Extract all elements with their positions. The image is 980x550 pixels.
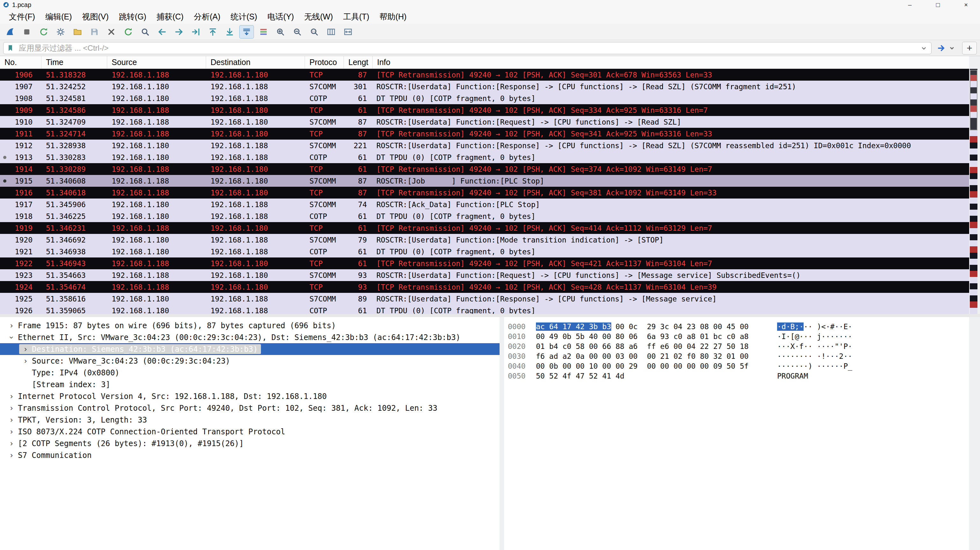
hex-row[interactable]: 005050 52 4f 47 52 41 4dPROGRAM (508, 371, 969, 381)
packet-row[interactable]: 191551.340608192.168.1.188192.168.1.180S… (0, 175, 969, 187)
expander-icon[interactable]: › (5, 415, 18, 425)
detail-line[interactable]: ›Destination: Siemens_42:3b:b3 (ac:64:17… (0, 343, 500, 355)
hex-row[interactable]: 002001 b4 c0 58 00 66 88 a6ff e6 00 04 2… (508, 341, 969, 351)
menu-item[interactable]: 编辑(E) (40, 10, 77, 24)
packet-row[interactable]: 191251.328938192.168.1.180192.168.1.188S… (0, 139, 969, 151)
menu-item[interactable]: 捕获(C) (151, 10, 189, 24)
expander-icon[interactable]: › (5, 439, 18, 448)
detail-line[interactable]: ›ISO 8073/X.224 COTP Connection-Oriented… (0, 426, 500, 437)
minimap-thumb[interactable] (970, 70, 977, 130)
detail-line[interactable]: ›Transmission Control Protocol, Src Port… (0, 402, 500, 414)
detail-line[interactable]: ›[2 COTP Segments (26 bytes): #1913(0), … (0, 437, 500, 449)
detail-line[interactable]: ›Internet Protocol Version 4, Src: 192.1… (0, 390, 500, 402)
packet-row[interactable]: 191051.324709192.168.1.188192.168.1.180S… (0, 116, 969, 128)
menu-item[interactable]: 帮助(H) (374, 10, 412, 24)
menu-item[interactable]: 无线(W) (299, 10, 338, 24)
detail-line[interactable]: Type: IPv4 (0x0800) (0, 367, 500, 379)
packet-row[interactable]: 191351.330283192.168.1.180192.168.1.188C… (0, 151, 969, 163)
hex-row[interactable]: 001000 49 0b 5b 40 00 80 066a 93 c0 a8 0… (508, 331, 969, 341)
menu-item[interactable]: 电话(Y) (262, 10, 299, 24)
packet-row[interactable]: 192551.358616192.168.1.180192.168.1.188S… (0, 293, 969, 304)
packet-row[interactable]: 192151.346938192.168.1.180192.168.1.188C… (0, 246, 969, 257)
column-header-no[interactable]: No. (0, 56, 41, 68)
packet-time: 51.328938 (41, 139, 107, 151)
close-button[interactable]: × (952, 0, 980, 10)
expander-icon[interactable]: › (19, 357, 32, 366)
colorize-button[interactable] (256, 25, 271, 38)
zoom-out-button[interactable] (290, 25, 305, 38)
expander-icon[interactable]: › (19, 345, 32, 354)
go-forward-button[interactable] (172, 25, 186, 38)
minimize-button[interactable]: – (896, 0, 924, 10)
packet-row[interactable]: 192251.346943192.168.1.188192.168.1.180T… (0, 257, 969, 269)
packet-row[interactable]: 191851.346225192.168.1.180192.168.1.188C… (0, 210, 969, 222)
column-header-info[interactable]: Info (372, 56, 969, 68)
packet-row[interactable]: 192651.359065192.168.1.180192.168.1.188C… (0, 304, 969, 314)
menu-item[interactable]: 分析(A) (189, 10, 225, 24)
go-last-button[interactable] (222, 25, 237, 38)
find-packet-button[interactable] (138, 25, 153, 38)
column-header-dst[interactable]: Destination (206, 56, 305, 68)
packet-row[interactable]: 191451.330289192.168.1.188192.168.1.180T… (0, 163, 969, 175)
packet-row[interactable]: 192051.346692192.168.1.180192.168.1.188S… (0, 234, 969, 246)
detail-line[interactable]: [Stream index: 3] (0, 379, 500, 390)
filter-bookmark-icon[interactable] (7, 44, 15, 52)
packet-row[interactable]: 190951.324586192.168.1.188192.168.1.180T… (0, 104, 969, 116)
start-capture-button[interactable] (3, 25, 17, 38)
column-header-len[interactable]: Lengt (344, 56, 372, 68)
expander-icon[interactable]: › (7, 331, 16, 344)
expander-icon[interactable]: › (5, 451, 18, 460)
stop-capture-button[interactable] (19, 25, 34, 38)
display-filter-input[interactable]: 应用显示过滤器 ... <Ctrl-/> (3, 42, 932, 54)
filter-dropdown-icon[interactable] (920, 44, 928, 52)
restart-capture-button[interactable] (37, 25, 51, 38)
menu-item[interactable]: 统计(S) (226, 10, 262, 24)
menu-item[interactable]: 工具(T) (338, 10, 374, 24)
column-header-src[interactable]: Source (107, 56, 206, 68)
filter-add-button[interactable]: + (962, 42, 977, 54)
menu-item[interactable]: 视图(V) (77, 10, 114, 24)
expander-icon[interactable]: › (5, 392, 18, 401)
detail-line[interactable]: ›Source: VMware_3c:04:23 (00:0c:29:3c:04… (0, 355, 500, 367)
save-file-button[interactable] (87, 25, 102, 38)
go-first-button[interactable] (205, 25, 220, 38)
maximize-button[interactable]: □ (924, 0, 952, 10)
go-to-packet-button[interactable] (189, 25, 203, 38)
packet-row[interactable]: 191751.345906192.168.1.180192.168.1.188S… (0, 198, 969, 210)
expander-icon[interactable]: › (5, 427, 18, 436)
hex-row[interactable]: 0000ac 64 17 42 3b b3 00 0c29 3c 04 23 0… (508, 322, 969, 331)
capture-options-button[interactable] (53, 25, 68, 38)
reset-columns-button[interactable] (341, 25, 355, 38)
go-back-button[interactable] (155, 25, 169, 38)
zoom-original-button[interactable]: 1:1 (307, 25, 321, 38)
packet-row[interactable]: 191651.340618192.168.1.188192.168.1.180T… (0, 187, 969, 198)
open-file-button[interactable] (70, 25, 85, 38)
packet-row[interactable]: 190751.324252192.168.1.180192.168.1.188S… (0, 81, 969, 92)
column-header-proto[interactable]: Protoco (305, 56, 344, 68)
menu-item[interactable]: 跳转(G) (114, 10, 151, 24)
reload-file-button[interactable] (121, 25, 135, 38)
packet-row[interactable]: 192351.354663192.168.1.188192.168.1.180S… (0, 269, 969, 281)
expander-icon[interactable]: › (5, 404, 18, 413)
filter-apply-button[interactable] (935, 42, 959, 54)
hex-row[interactable]: 004000 0b 00 00 10 00 00 2900 00 00 00 0… (508, 361, 969, 371)
detail-line[interactable]: ›Frame 1915: 87 bytes on wire (696 bits)… (0, 320, 500, 331)
detail-line[interactable]: ›S7 Communication (0, 449, 500, 461)
detail-line[interactable]: ›TPKT, Version: 3, Length: 33 (0, 414, 500, 426)
expander-icon[interactable]: › (5, 321, 18, 330)
menu-item[interactable]: 文件(F) (4, 10, 40, 24)
resize-columns-button[interactable] (324, 25, 339, 38)
zoom-in-button[interactable] (273, 25, 288, 38)
close-file-button[interactable] (104, 25, 119, 38)
packet-list-minimap[interactable] (970, 69, 977, 314)
packet-row[interactable]: 191951.346231192.168.1.188192.168.1.180T… (0, 222, 969, 234)
detail-line[interactable]: ›Ethernet II, Src: VMware_3c:04:23 (00:0… (0, 331, 500, 343)
column-header-time[interactable]: Time (41, 56, 107, 68)
hex-row[interactable]: 0030f6 ad a2 0a 00 00 03 0000 21 02 f0 8… (508, 351, 969, 361)
packet-row[interactable]: 190851.324581192.168.1.180192.168.1.188C… (0, 92, 969, 104)
packet-row[interactable]: 191151.324714192.168.1.188192.168.1.180T… (0, 128, 969, 139)
pane-splitter[interactable] (0, 314, 980, 317)
packet-row[interactable]: 192451.354674192.168.1.188192.168.1.180T… (0, 281, 969, 293)
packet-row[interactable]: 190651.318328192.168.1.188192.168.1.180T… (0, 69, 969, 81)
auto-scroll-button[interactable] (239, 25, 254, 38)
